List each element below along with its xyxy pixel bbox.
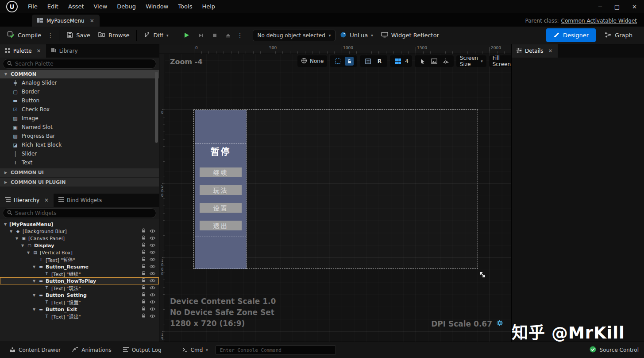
eye-icon[interactable] <box>150 307 155 312</box>
fill-screen-dropdown[interactable]: Fill Screen ▾ <box>489 55 511 67</box>
menu-item[interactable]: Tools <box>173 0 197 13</box>
palette-item[interactable]: ☑ Check Box <box>0 105 159 114</box>
lock-icon[interactable] <box>141 278 146 284</box>
palette-item[interactable]: ┼ Slider <box>0 149 159 158</box>
lock-icon[interactable] <box>141 228 146 234</box>
palette-section-common[interactable]: ▼ COMMON <box>0 70 159 78</box>
hierarchy-search-input[interactable] <box>15 210 152 216</box>
close-button[interactable]: ✕ <box>632 4 637 10</box>
cursor-tool-icon[interactable] <box>418 57 427 66</box>
animations-button[interactable]: Animations <box>68 345 115 356</box>
design-viewport[interactable]: Zoom -4 None R 4 <box>165 54 511 342</box>
eye-icon[interactable] <box>150 271 155 277</box>
lock-icon[interactable] <box>141 299 146 305</box>
hierarchy-row[interactable]: ▼ ▣ [Canvas Panel] <box>0 235 159 242</box>
chevron-down-icon[interactable]: ▼ <box>32 265 36 269</box>
hierarchy-row[interactable]: ▼ ◆ [Background Blur] <box>0 228 159 235</box>
menu-item[interactable]: View <box>89 0 112 13</box>
compile-button[interactable]: Compile <box>4 28 45 42</box>
widget-reflector-button[interactable]: Widget Reflector <box>378 29 443 42</box>
chevron-down-icon[interactable]: ▼ <box>32 279 36 283</box>
chevron-down-icon[interactable]: ▼ <box>9 230 13 233</box>
eye-icon[interactable] <box>150 236 155 241</box>
palette-search-input[interactable] <box>15 61 152 67</box>
vertical-box-widget[interactable]: 暂停 继续 玩法 设置 退出 <box>195 110 247 269</box>
parent-class-link[interactable]: Common Activatable Widget <box>561 18 637 24</box>
eye-icon[interactable] <box>150 257 155 263</box>
eye-icon[interactable] <box>150 278 155 284</box>
stop-button[interactable] <box>208 30 221 41</box>
play-options-button[interactable]: ⋮ <box>235 32 245 39</box>
eject-button[interactable] <box>222 30 235 41</box>
localization-preview-dropdown[interactable]: None <box>297 55 327 67</box>
lock-icon[interactable] <box>141 235 146 241</box>
palette-item[interactable]: T Text <box>0 158 159 167</box>
hierarchy-row[interactable]: ▼ ▬ Button_Resume <box>0 263 159 270</box>
lock-icon[interactable] <box>141 242 146 249</box>
respect-locks-toggle[interactable]: R <box>375 57 384 66</box>
tab-close-icon[interactable]: ✕ <box>90 18 94 24</box>
hierarchy-row[interactable]: ▼ ▬ Button_Setting <box>0 292 159 299</box>
lock-icon[interactable] <box>141 285 146 291</box>
lock-icon[interactable] <box>141 249 146 256</box>
resize-handle-cursor-icon[interactable] <box>478 271 486 280</box>
lock-icon[interactable] <box>345 57 354 66</box>
graph-mode-button[interactable]: Graph <box>600 29 637 42</box>
screen-size-dropdown[interactable]: Screen Size ▾ <box>456 55 486 67</box>
tab-details[interactable]: Details ✕ <box>512 44 558 58</box>
palette-item[interactable]: ▨ Image <box>0 114 159 123</box>
cmd-dropdown[interactable]: Cmd ▾ <box>178 345 212 355</box>
flip-preview-icon[interactable] <box>441 57 450 66</box>
unlua-dropdown[interactable]: UnLua ▾ <box>336 29 377 42</box>
preview-button[interactable]: 设置 <box>200 203 242 213</box>
save-button[interactable]: Save <box>63 29 94 42</box>
lock-icon[interactable] <box>141 264 146 270</box>
chevron-down-icon[interactable]: ▼ <box>20 244 25 248</box>
console-command-input[interactable] <box>216 345 336 355</box>
hierarchy-row[interactable]: ▼ T [Text] "玩法" <box>0 284 159 292</box>
hierarchy-row[interactable]: ▼ T [Text] "退出" <box>0 313 159 320</box>
lock-icon[interactable] <box>141 257 146 263</box>
menu-item[interactable]: Window <box>141 0 173 13</box>
palette-item[interactable]: ▤ Progress Bar <box>0 132 159 140</box>
eye-icon[interactable] <box>150 285 155 291</box>
eye-icon[interactable] <box>150 292 155 298</box>
tab-close-icon[interactable]: ✕ <box>548 48 553 54</box>
eye-icon[interactable] <box>150 314 155 319</box>
minimize-button[interactable]: ─ <box>598 4 602 10</box>
palette-scrollbar[interactable] <box>155 72 158 143</box>
menu-item[interactable]: Help <box>197 0 220 13</box>
preview-button[interactable]: 退出 <box>200 221 242 230</box>
grid-snap-icon[interactable] <box>393 57 402 66</box>
chevron-down-icon[interactable]: ▼ <box>32 293 36 297</box>
play-button[interactable] <box>180 29 193 41</box>
eye-icon[interactable] <box>150 229 155 234</box>
compile-options-button[interactable]: ⋮ <box>46 32 55 39</box>
eye-icon[interactable] <box>150 250 155 256</box>
palette-item[interactable]: ▣ Named Slot <box>0 123 159 132</box>
hierarchy-row[interactable]: ▼ ▬ Button_Exit <box>0 306 159 313</box>
preview-title-text[interactable]: 暂停 <box>195 145 246 158</box>
debug-object-dropdown[interactable]: No debug object selected ▾ <box>253 30 336 41</box>
dashed-outline-toggle[interactable] <box>333 57 342 66</box>
preview-background-icon[interactable] <box>430 57 439 66</box>
browse-button[interactable]: Browse <box>95 29 133 42</box>
grid-snap-size[interactable]: 4 <box>405 58 409 64</box>
lock-icon[interactable] <box>141 306 146 312</box>
tab-close-icon[interactable]: ✕ <box>37 48 41 54</box>
hierarchy-row[interactable]: ▼ T [Text] "继续" <box>0 270 159 277</box>
diff-button[interactable]: Diff ▾ <box>140 29 172 42</box>
palette-item[interactable]: ▬ Button <box>0 96 159 105</box>
preview-button[interactable]: 继续 <box>200 167 242 177</box>
hierarchy-row[interactable]: ▼ ▢ Display <box>0 242 159 249</box>
hierarchy-row[interactable]: ▼ T [Text] "暂停" <box>0 256 159 263</box>
lock-icon[interactable] <box>141 292 146 298</box>
asset-tab-mypausemenu[interactable]: MyPauseMenu ✕ <box>32 15 100 27</box>
tab-close-icon[interactable]: ✕ <box>44 197 49 203</box>
eye-icon[interactable] <box>150 264 155 270</box>
hierarchy-row[interactable]: ▼ ▬ Button_HowToPlay <box>0 277 159 284</box>
tab-bind-widgets[interactable]: Bind Widgets <box>54 194 107 207</box>
lock-icon[interactable] <box>141 271 146 277</box>
chevron-down-icon[interactable]: ▼ <box>15 237 19 241</box>
chevron-down-icon[interactable]: ▼ <box>26 251 31 255</box>
